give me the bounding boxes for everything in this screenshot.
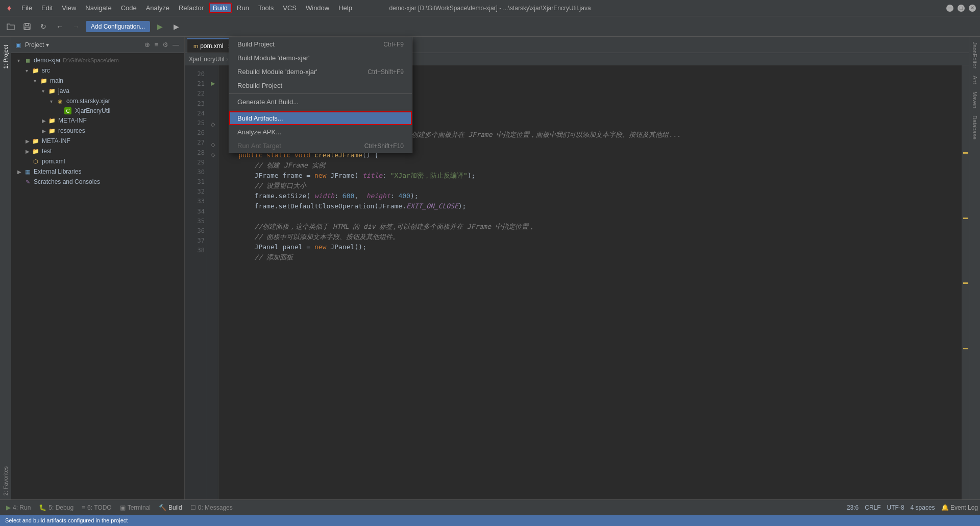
right-tab-json-editor[interactable]: JsonEditor (970, 39, 979, 71)
breadcrumb-file[interactable]: XjarEncryUtil (189, 56, 224, 63)
run-ant-label: Run Ant Target (237, 142, 281, 150)
todo-tab-icon: ≡ (82, 504, 85, 511)
tree-item-main[interactable]: ▾ 📁 main (11, 76, 184, 86)
options-button[interactable]: ⚙ (161, 40, 169, 50)
menu-run[interactable]: Run (233, 3, 253, 13)
tree-label-scratches: Scratches and Consoles (34, 178, 100, 185)
save-button[interactable] (20, 20, 34, 33)
right-tab-database[interactable]: Database (970, 112, 979, 142)
menu-analyze[interactable]: Analyze (142, 3, 174, 13)
right-tab-maven[interactable]: Maven (970, 88, 979, 111)
coverage-button[interactable]: ▶ (169, 20, 183, 33)
close-button[interactable]: ✕ (969, 5, 976, 12)
tree-item-test[interactable]: ▶ 📁 test (11, 146, 184, 156)
structure-tab-container (943, 262, 980, 274)
event-log-label: Event Log (950, 504, 978, 511)
add-scope-button[interactable]: ⊕ (143, 40, 151, 50)
bottom-tab-run[interactable]: ▶ 4: Run (2, 503, 35, 512)
project-panel-header: ▣ Project ▾ ⊕ ≡ ⚙ — (11, 37, 184, 53)
tree-item-meta-inf[interactable]: ▶ 📁 META-INF (11, 136, 184, 146)
scroll-mark-3 (963, 282, 968, 284)
tree-label-main: main (50, 77, 63, 84)
tree-item-pom-xml[interactable]: ▾ ⬡ pom.xml (11, 156, 184, 166)
minimize-button[interactable]: ─ (946, 5, 953, 12)
sidebar-tab-project[interactable]: 1: Project (1, 41, 10, 73)
status-bar: Select and build artifacts configured in… (0, 515, 980, 526)
menu-edit[interactable]: Edit (37, 3, 57, 13)
tree-label-java: java (58, 87, 69, 94)
code-line-33: frame.setDefaultCloseOperation(JFrame.EX… (223, 201, 958, 211)
menu-file[interactable]: File (17, 3, 36, 13)
tree-item-external-libraries[interactable]: ▶ ▦ External Libraries (11, 166, 184, 177)
bottom-tab-build[interactable]: 🔨 Build (155, 503, 186, 512)
tree-item-java[interactable]: ▾ 📁 java (11, 86, 184, 96)
java-class-icon: C (64, 107, 71, 114)
folder-icon: 📁 (32, 147, 40, 155)
build-project-option[interactable]: Build Project Ctrl+F9 (229, 37, 412, 51)
tree-label-external-libraries: External Libraries (34, 168, 81, 175)
build-artifacts-option[interactable]: Build Artifacts... (229, 111, 412, 125)
right-tab-ant[interactable]: Ant (970, 73, 979, 87)
run-button[interactable]: ▶ (153, 20, 166, 33)
menu-tools[interactable]: Tools (254, 3, 278, 13)
forward-button[interactable]: → (69, 20, 83, 33)
event-log-link[interactable]: 🔔 Event Log (941, 504, 978, 511)
collapse-button[interactable]: — (172, 40, 180, 50)
scroll-mark-2 (963, 218, 968, 219)
generate-ant-option[interactable]: Generate Ant Build... (229, 95, 412, 109)
run-configuration-button[interactable]: Add Configuration... (86, 21, 150, 32)
analyze-apk-option[interactable]: Analyze APK... (229, 125, 412, 139)
open-folder-button[interactable] (4, 20, 17, 33)
tree-item-resources[interactable]: ▶ 📁 resources (11, 126, 184, 136)
indent-info[interactable]: 4 spaces (911, 504, 935, 511)
maximize-button[interactable]: □ (958, 5, 965, 12)
title-bar: ♦ File Edit View Navigate Code Analyze R… (0, 0, 980, 16)
bottom-tab-todo[interactable]: ≡ 6: TODO (78, 503, 116, 512)
build-module-option[interactable]: Build Module 'demo-xjar' (229, 51, 412, 65)
project-tree: ▾ ◼ demo-xjar D:\GitWorkSpace\dem ▾ 📁 sr… (11, 53, 184, 499)
menu-code[interactable]: Code (117, 3, 141, 13)
build-project-shortcut: Ctrl+F9 (383, 41, 404, 48)
folder-icon: 📁 (48, 87, 56, 95)
project-panel-icons: ⊕ ≡ ⚙ — (143, 40, 180, 50)
menu-help[interactable]: Help (334, 3, 356, 13)
tree-item-scratches[interactable]: ▾ ✎ Scratches and Consoles (11, 177, 184, 187)
run-ant-option: Run Ant Target Ctrl+Shift+F10 (229, 139, 412, 153)
project-dropdown[interactable]: Project ▾ (25, 41, 49, 49)
editor-scrollbar[interactable] (962, 65, 969, 499)
tree-label-src: src (42, 67, 50, 74)
tree-item-package[interactable]: ▾ ◉ com.starsky.xjar (11, 96, 184, 106)
menu-window[interactable]: Window (302, 3, 333, 13)
tree-arrow: ▾ (17, 58, 23, 63)
sidebar-tab-favorites[interactable]: 2: Favorites (1, 462, 10, 499)
line-ending[interactable]: CRLF (865, 504, 880, 511)
tree-item-src[interactable]: ▾ 📁 src (11, 65, 184, 76)
tree-item-meta-inf-main[interactable]: ▶ 📁 META-INF (11, 115, 184, 126)
refresh-button[interactable]: ↻ (37, 20, 50, 33)
rebuild-module-option[interactable]: Rebuild Module 'demo-xjar' Ctrl+Shift+F9 (229, 65, 412, 79)
tree-arrow: ▶ (17, 169, 23, 175)
code-line-36: // 面板中可以添加文本字段、按钮及其他组件。 (223, 232, 958, 242)
menu-vcs[interactable]: VCS (279, 3, 301, 13)
tree-item-xjarencryutil[interactable]: ▾ C XjarEncryUtil (11, 106, 184, 115)
menu-navigate[interactable]: Navigate (81, 3, 115, 13)
back-button[interactable]: ← (53, 20, 66, 33)
bottom-tab-terminal[interactable]: ▣ Terminal (116, 503, 155, 512)
svg-rect-2 (25, 27, 29, 30)
code-line-38: // 添加面板 (223, 252, 958, 262)
tree-label-package: com.starsky.xjar (66, 98, 110, 105)
project-label: Project (25, 41, 44, 49)
bottom-tab-debug[interactable]: 🐛 5: Debug (35, 503, 78, 512)
tree-label-resources: resources (58, 127, 85, 134)
menu-build[interactable]: Build (209, 3, 232, 13)
analyze-apk-label: Analyze APK... (237, 128, 281, 136)
rebuild-project-option[interactable]: Rebuild Project (229, 79, 412, 92)
tree-item-demo-xjar[interactable]: ▾ ◼ demo-xjar D:\GitWorkSpace\dem (11, 55, 184, 65)
settings-button[interactable]: ≡ (153, 40, 159, 50)
encoding[interactable]: UTF-8 (887, 504, 904, 511)
svg-rect-1 (26, 23, 29, 26)
bottom-tab-messages[interactable]: ☐ 0: Messages (186, 503, 237, 512)
menu-refactor[interactable]: Refactor (175, 3, 208, 13)
status-message: Select and build artifacts configured in… (5, 517, 128, 523)
menu-view[interactable]: View (58, 3, 80, 13)
